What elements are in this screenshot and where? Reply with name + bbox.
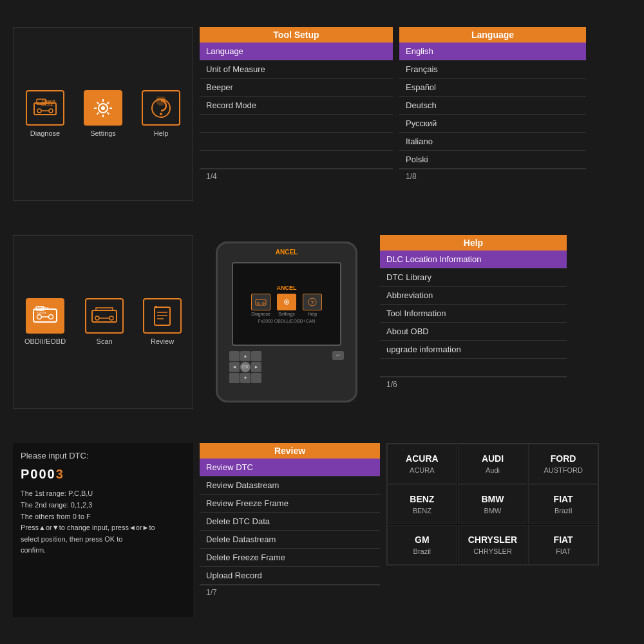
menu-item-review[interactable]: Review xyxy=(143,298,182,345)
review-row-0[interactable]: Review DTC xyxy=(200,459,380,477)
svg-text:ENGINE: ENGINE xyxy=(41,103,54,107)
language-row-0[interactable]: English xyxy=(399,43,586,61)
dpad-down[interactable]: ▼ xyxy=(240,373,251,383)
row-2: CHECK ENGINE OBDII/EOBD Sc xyxy=(13,235,631,409)
brand-cell-1[interactable]: AUDI Audi xyxy=(458,444,528,484)
brand-cell-7[interactable]: CHRYSLER CHRYSLER xyxy=(458,525,528,565)
svg-point-21 xyxy=(37,314,42,319)
help-panel: Help DLC Location Information DTC Librar… xyxy=(380,235,567,392)
brand-large-2: FORD xyxy=(551,453,576,464)
brand-large-4: BMW xyxy=(481,494,504,504)
language-row-3[interactable]: Deutsch xyxy=(399,97,586,115)
menu-item-settings[interactable]: Settings xyxy=(84,90,122,137)
help-row-5[interactable]: upgrade information xyxy=(380,341,567,359)
language-row-5[interactable]: Italiano xyxy=(399,133,586,151)
help-row-4[interactable]: About OBD xyxy=(380,323,567,341)
svg-line-13 xyxy=(97,102,99,104)
brand-small-4: BMW xyxy=(484,507,502,515)
tool-setup-empty-3 xyxy=(200,151,393,169)
menu-item-diagnose[interactable]: CHECK ENGINE Diagnose xyxy=(26,90,64,137)
dpad-empty-br xyxy=(251,373,261,383)
dpad-empty-tr xyxy=(251,351,261,361)
device-screen-icons: Diagnose Settings xyxy=(251,294,322,316)
svg-rect-27 xyxy=(92,310,117,322)
back-button[interactable]: ↩ xyxy=(332,351,344,360)
screen-icon-help-box: ? xyxy=(303,294,322,310)
tool-setup-row-0[interactable]: Language xyxy=(200,43,393,61)
language-row-2[interactable]: Español xyxy=(399,79,586,97)
brand-cell-3[interactable]: BENZ BENZ xyxy=(387,484,457,524)
svg-rect-31 xyxy=(155,307,170,325)
review-row-2[interactable]: Review Freeze Frame xyxy=(200,495,380,513)
brand-cell-4[interactable]: BMW BMW xyxy=(458,484,528,524)
help-row-1[interactable]: DTC Library xyxy=(380,269,567,287)
screen-diagnose-svg xyxy=(255,298,267,307)
device-screen-brand: ANCEL xyxy=(277,285,297,291)
menu-item-obdii[interactable]: CHECK ENGINE OBDII/EOBD xyxy=(24,298,66,345)
brand-small-1: Audi xyxy=(486,466,500,474)
svg-point-19 xyxy=(160,113,162,115)
tool-setup-row-3[interactable]: Record Mode xyxy=(200,97,393,115)
side-buttons: ↩ xyxy=(332,351,344,383)
screen-icon-settings-box xyxy=(277,294,296,310)
review-icon-box xyxy=(143,298,182,334)
language-header: Language xyxy=(399,27,586,43)
language-row-4[interactable]: Русский xyxy=(399,115,586,133)
screen-icon-help-label: Help xyxy=(308,312,317,316)
review-row-6[interactable]: Upload Record xyxy=(200,567,380,585)
brand-cell-0[interactable]: ACURA ACURA xyxy=(387,444,457,484)
tool-setup-row-2[interactable]: Beeper xyxy=(200,79,393,97)
review-footer: 1/7 xyxy=(200,585,380,600)
scan-label: Scan xyxy=(97,337,113,345)
obdii-icon: CHECK ENGINE xyxy=(32,305,59,327)
dpad-left[interactable]: ◄ xyxy=(229,362,240,372)
diagnose-label: Diagnose xyxy=(30,129,60,137)
row-1: CHECK ENGINE Diagnose xyxy=(13,27,631,201)
scan-icon xyxy=(91,305,118,327)
brand-cell-8[interactable]: FIAT FIAT xyxy=(528,525,598,565)
scan-icon-box xyxy=(85,298,124,334)
menu-item-help[interactable]: Help xyxy=(142,90,180,137)
device-screen: ANCEL Diagnose xyxy=(232,262,341,346)
help-row-0[interactable]: DLC Location Information xyxy=(380,251,567,269)
device-container: ANCEL ANCEL Diagnose xyxy=(200,235,374,409)
menu-item-scan[interactable]: Scan xyxy=(85,298,124,345)
brand-cell-5[interactable]: FIAT Brazil xyxy=(528,484,598,524)
tool-setup-footer: 1/4 xyxy=(200,169,393,184)
language-row-1[interactable]: Français xyxy=(399,61,586,79)
review-row-1[interactable]: Review Datastream xyxy=(200,477,380,495)
device: ANCEL ANCEL Diagnose xyxy=(216,242,357,402)
dpad-right[interactable]: ► xyxy=(251,362,261,372)
diagnose-icon: CHECK ENGINE xyxy=(33,98,57,118)
screen-help-svg: ? xyxy=(307,297,318,307)
brand-cell-2[interactable]: FORD AUSTFORD xyxy=(528,444,598,484)
review-panel: Review Review DTC Review Datastream Revi… xyxy=(200,443,380,600)
device-model: Fx2000 OBDLL/EOBD+CAN xyxy=(258,319,316,323)
tool-setup-header: Tool Setup xyxy=(200,27,393,43)
review-label: Review xyxy=(151,337,174,345)
dtc-code-highlight: 3 xyxy=(56,467,64,481)
help-row-3[interactable]: Tool Information xyxy=(380,305,567,323)
language-row-6[interactable]: Polski xyxy=(399,151,586,169)
tool-setup-empty-2 xyxy=(200,133,393,151)
help-row-2[interactable]: Abbreviation xyxy=(380,287,567,305)
review-row-4[interactable]: Delete Datastream xyxy=(200,531,380,549)
tool-setup-empty-1 xyxy=(200,115,393,133)
dpad-up[interactable]: ▲ xyxy=(240,351,251,361)
brand-cell-6[interactable]: GM Brazil xyxy=(387,525,457,565)
svg-point-28 xyxy=(95,316,99,320)
tool-setup-row-1[interactable]: Unit of Measure xyxy=(200,61,393,79)
obdii-icon-box: CHECK ENGINE xyxy=(26,298,64,334)
brand-small-8: FIAT xyxy=(556,547,571,555)
dtc-code-prefix: P000 xyxy=(21,467,56,481)
help-label: Help xyxy=(154,129,169,137)
screen-icon-settings: Settings xyxy=(277,294,296,316)
obdii-label: OBDII/EOBD xyxy=(24,337,66,345)
brand-large-3: BENZ xyxy=(410,494,434,504)
review-row-3[interactable]: Delete DTC Data xyxy=(200,513,380,531)
svg-rect-35 xyxy=(256,299,266,305)
settings-label: Settings xyxy=(90,129,116,137)
review-row-5[interactable]: Delete Freeze Frame xyxy=(200,549,380,567)
dpad-ok[interactable]: OK xyxy=(240,362,251,372)
svg-point-36 xyxy=(258,302,260,304)
